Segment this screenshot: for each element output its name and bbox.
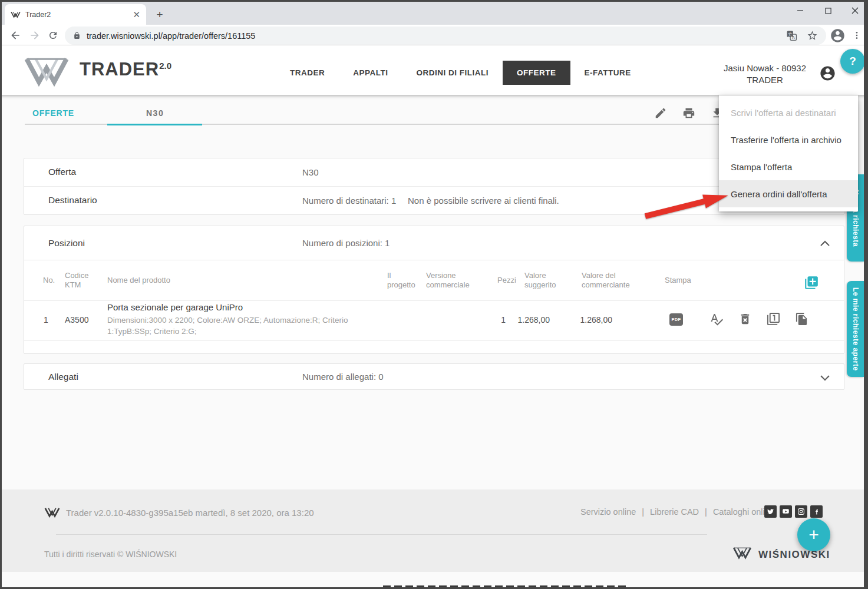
wisniowski-brand-text: WIŚNIOWSKI: [758, 549, 830, 561]
destinatario-label: Destinatario: [48, 195, 97, 206]
row-product-name: Porta sezionale per garage UniPro: [107, 302, 393, 313]
forward-icon[interactable]: [27, 27, 43, 44]
tab-n30[interactable]: N30: [146, 108, 164, 118]
trader-logo-icon[interactable]: [24, 56, 70, 89]
window-maximize-button[interactable]: [819, 2, 837, 19]
row-pezzi: 1: [483, 315, 506, 325]
nav-item-appalti[interactable]: APPALTI: [339, 61, 402, 85]
table-bottom-divider: [24, 340, 844, 341]
screenshot-root: Trader2 ✕ + trader.wisniowski.pl/app/tra…: [0, 0, 868, 589]
offerta-value: N30: [302, 167, 319, 177]
row-product: Porta sezionale per garage UniPro Dimens…: [107, 302, 393, 337]
social-icons: [764, 505, 823, 518]
app-title-version: 2.0: [159, 61, 171, 71]
col-header-pezzi: Pezzi: [497, 269, 521, 292]
delete-position-icon[interactable]: [738, 312, 752, 328]
youtube-icon[interactable]: [780, 505, 792, 518]
row-no: 1: [44, 315, 48, 325]
row-product-desc: Dimensioni:3000 x 2200; Colore:AW ORZE; …: [107, 315, 393, 337]
side-tab-le-mie-richieste[interactable]: Le mie richieste aperte: [847, 281, 864, 377]
active-tab-indicator: [107, 124, 202, 125]
footer-link-librerie-cad[interactable]: Librerie CAD: [650, 507, 699, 517]
allegati-label: Allegati: [48, 372, 78, 382]
destinatario-count: Numero di destinatari: 1: [302, 196, 396, 206]
user-info[interactable]: Jasiu Nowak - 80932 TRADER: [712, 62, 818, 86]
footer-version-text: Trader v2.0.10-4830-g395a15eb martedì, 8…: [66, 508, 314, 518]
browser-menu-icon[interactable]: [852, 29, 862, 44]
allegati-card: [24, 363, 844, 390]
footer-link-separator: |: [642, 507, 644, 517]
col-header-versione-commerciale: Versione commerciale: [426, 269, 480, 292]
row-ktm: A3500: [65, 315, 88, 325]
table-top-divider: [24, 260, 844, 260]
back-icon[interactable]: [7, 27, 24, 44]
offerta-label: Offerta: [48, 167, 76, 177]
browser-profile-avatar[interactable]: [830, 28, 846, 46]
nav-item-trader[interactable]: TRADER: [276, 61, 339, 85]
table-header-divider: [24, 300, 844, 301]
edit-offer-icon[interactable]: [654, 107, 667, 122]
help-button[interactable]: ?: [840, 49, 865, 74]
col-header-nome-prodotto: Nome del prodotto: [107, 269, 202, 292]
window-close-button[interactable]: [846, 2, 864, 19]
side-tab-le-mie-richieste-label: Le mie richieste aperte: [852, 287, 860, 371]
col-header-il-progetto: Il progetto: [387, 269, 420, 292]
new-tab-button[interactable]: +: [152, 7, 167, 22]
svg-text:A: A: [792, 35, 795, 40]
menu-item-stampa-offerta[interactable]: Stampa l'offerta: [719, 153, 858, 180]
footer-logo-icon: [44, 507, 60, 520]
app-title-text: TRADER: [80, 59, 159, 80]
fab-add-button[interactable]: +: [797, 518, 830, 551]
instagram-icon[interactable]: [795, 505, 807, 518]
footer-link-separator: |: [705, 507, 707, 517]
col-header-valore-commerciante: Valore del commerciante: [582, 269, 639, 292]
spellcheck-icon[interactable]: [709, 312, 724, 329]
facebook-icon[interactable]: [810, 505, 823, 518]
footer-copyright: Tutti i diritti riservati © WIŚNIOWSKI: [44, 550, 177, 559]
lock-icon: [73, 31, 81, 40]
reload-icon[interactable]: [45, 27, 61, 44]
translate-icon[interactable]: 文A: [786, 30, 797, 41]
favicon-wisniowski-icon: [11, 11, 21, 18]
pdf-icon[interactable]: PDF: [669, 313, 683, 326]
window-frame-left: [0, 0, 2, 589]
app-title: TRADER2.0: [80, 59, 171, 80]
allegati-count: Numero di allegati: 0: [302, 372, 384, 382]
tab-title: Trader2: [25, 11, 133, 19]
copy-position-icon[interactable]: [795, 312, 808, 328]
add-position-icon[interactable]: [804, 275, 819, 293]
browser-tab[interactable]: Trader2 ✕: [5, 4, 146, 25]
posizioni-count: Numero di posizioni: 1: [302, 238, 390, 248]
wisniowski-logo-icon: [732, 547, 752, 562]
user-name: Jasiu Nowak - 80932: [712, 62, 818, 74]
nav-item-e-fatture[interactable]: E-FATTURE: [570, 61, 645, 85]
window-frame-top: [0, 0, 868, 2]
menu-item-genera-ordini[interactable]: Genera ordini dall'offerta: [719, 180, 858, 207]
bookmark-star-icon[interactable]: [807, 30, 818, 41]
row-valore-suggerito: 1.268,00: [506, 315, 550, 325]
destinatario-note: Non è possibile scrivere ai clienti fina…: [408, 196, 559, 206]
nav-item-ordini-di-filiali[interactable]: ORDINI DI FILIALI: [402, 61, 503, 85]
url-bar[interactable]: trader.wisniowski.pl/app/trader/offers/1…: [65, 27, 826, 45]
footer-links: Servizio online | Librerie CAD | Catalog…: [580, 507, 774, 517]
nav-item-offerte[interactable]: OFFERTE: [503, 61, 570, 85]
print-offer-icon[interactable]: [682, 107, 695, 122]
expand-chevron-down-icon[interactable]: [820, 373, 830, 383]
col-header-stampa: Stampa: [665, 269, 700, 292]
twitter-icon[interactable]: [764, 505, 777, 518]
tab-offerte[interactable]: OFFERTE: [32, 108, 74, 118]
window-frame-right: [864, 0, 868, 589]
menu-item-scrivi-offerta: Scrivi l'offerta ai destinatari: [719, 99, 858, 126]
menu-item-trasferire-archivio[interactable]: Trasferire l'offerta in archivio: [719, 126, 858, 153]
filter-one-icon[interactable]: [767, 312, 780, 328]
tab-close-icon[interactable]: ✕: [133, 10, 140, 19]
posizioni-label: Posizioni: [48, 238, 85, 249]
col-header-valore-suggerito: Valore suggerito: [524, 269, 566, 292]
main-nav: TRADER APPALTI ORDINI DI FILIALI OFFERTE…: [276, 60, 645, 85]
row-valore-commerciante: 1.268,00: [568, 315, 612, 325]
footer-link-servizio-online[interactable]: Servizio online: [580, 507, 636, 517]
collapse-chevron-up-icon[interactable]: [820, 238, 830, 249]
account-circle-icon[interactable]: [819, 65, 836, 84]
col-header-no: No.: [43, 269, 61, 292]
window-minimize-button[interactable]: [791, 2, 809, 19]
